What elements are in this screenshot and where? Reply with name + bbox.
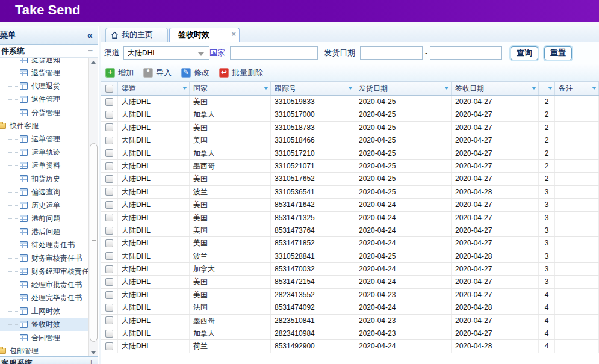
sidebar-item-5[interactable]: 快件客服 xyxy=(0,119,89,132)
edit-button[interactable]: ✎修改 xyxy=(181,67,209,78)
tab-sign-receipt-aging[interactable]: 签收时效 × xyxy=(169,28,240,42)
sidebar-item-4[interactable]: 分货管理 xyxy=(0,106,89,119)
select-all-checkbox[interactable] xyxy=(105,85,113,93)
table-row[interactable]: 大陆DHL法国85314740922020-04-242020-04-284 xyxy=(101,301,599,314)
scroll-up-arrow-icon[interactable] xyxy=(89,58,98,67)
row-checkbox[interactable] xyxy=(105,265,113,273)
chevron-down-icon[interactable] xyxy=(198,52,204,56)
column-header-2[interactable]: 跟踪号 xyxy=(271,82,355,95)
table-row[interactable]: 大陆DHL美国33105198332020-04-252020-04-272 xyxy=(101,96,599,108)
row-checkbox[interactable] xyxy=(105,162,113,170)
sidebar-collapse-icon[interactable]: « xyxy=(87,26,93,44)
table-row[interactable]: 大陆DHL荷兰85314929002020-04-242020-04-284 xyxy=(101,340,599,353)
sidebar-item-2[interactable]: 代理退货 xyxy=(0,79,89,93)
row-checkbox[interactable] xyxy=(105,137,113,144)
row-checkbox[interactable] xyxy=(105,98,113,106)
accordion-header-express-system[interactable]: 件系统 − xyxy=(0,45,98,58)
row-checkbox[interactable] xyxy=(105,304,113,312)
sidebar-item-17[interactable]: 经理审批责任书 xyxy=(0,278,89,291)
row-checkbox[interactable] xyxy=(105,201,113,209)
accordion-collapse-icon[interactable]: − xyxy=(88,45,93,57)
column-header-0[interactable]: 渠道 xyxy=(118,82,190,95)
column-header-6[interactable]: 备注 xyxy=(555,82,599,95)
row-checkbox[interactable] xyxy=(105,111,113,119)
sidebar-item-22[interactable]: 包邮管理 xyxy=(0,344,89,357)
table-row[interactable]: 大陆DHL美国85314713252020-04-242020-04-273 xyxy=(101,212,599,224)
sidebar-item-7[interactable]: 运单轨迹 xyxy=(0,146,89,159)
table-row[interactable]: 大陆DHL波兰33105365412020-04-252020-04-283 xyxy=(101,186,599,199)
table-row[interactable]: 大陆DHL美国85314718522020-04-242020-04-273 xyxy=(101,237,599,250)
column-header-5[interactable] xyxy=(539,82,555,95)
sidebar-item-20[interactable]: 签收时效 xyxy=(0,318,89,331)
table-row[interactable]: 大陆DHL美国85314721542020-04-242020-04-273 xyxy=(101,276,599,288)
close-icon[interactable]: × xyxy=(231,28,236,41)
accordion-header-clipped[interactable]: 客服系统 + xyxy=(0,356,98,364)
table-row[interactable]: 大陆DHL墨西哥33105210712020-04-252020-04-272 xyxy=(101,160,599,173)
scroll-down-arrow-icon[interactable] xyxy=(89,348,98,357)
sidebar-item-21[interactable]: 合同管理 xyxy=(0,331,89,344)
import-button[interactable]: *导入 xyxy=(143,67,172,78)
sidebar-item-3[interactable]: 退件管理 xyxy=(0,93,89,106)
table-row[interactable]: 大陆DHL加拿大85314700322020-04-242020-04-273 xyxy=(101,263,599,276)
row-checkbox[interactable] xyxy=(105,149,113,157)
row-checkbox[interactable] xyxy=(105,188,113,196)
accordion-expand-icon[interactable]: + xyxy=(89,358,93,364)
ship-date-to-input[interactable] xyxy=(430,46,502,60)
sidebar-item-19[interactable]: 上网时效 xyxy=(0,304,89,318)
filter-icon[interactable] xyxy=(548,87,553,90)
row-checkbox[interactable] xyxy=(105,252,113,260)
sidebar-item-8[interactable]: 运单资料 xyxy=(0,159,89,172)
filter-icon[interactable] xyxy=(592,87,597,90)
sidebar-item-12[interactable]: 港前问题 xyxy=(0,212,89,225)
reset-button[interactable]: 重置 xyxy=(544,46,572,60)
sidebar-item-18[interactable]: 处理完毕责任书 xyxy=(0,291,89,304)
sidebar-item-6[interactable]: 运单管理 xyxy=(0,132,89,146)
row-checkbox[interactable] xyxy=(105,239,113,247)
ship-date-from-input[interactable] xyxy=(360,46,423,60)
filter-icon[interactable] xyxy=(532,87,536,90)
table-row[interactable]: 大陆DHL美国85314737642020-04-242020-04-273 xyxy=(101,224,599,237)
row-checkbox[interactable] xyxy=(105,214,113,221)
column-header-1[interactable]: 国家 xyxy=(190,82,271,95)
row-checkbox[interactable] xyxy=(105,330,113,338)
column-header-4[interactable]: 签收日期 xyxy=(452,82,539,95)
column-header-3[interactable]: 发货日期 xyxy=(355,82,452,95)
table-row[interactable]: 大陆DHL加拿大28234109842020-04-232020-04-274 xyxy=(101,327,599,340)
table-row[interactable]: 大陆DHL美国33105187832020-04-252020-04-272 xyxy=(101,122,599,134)
channel-select[interactable]: 大陆DHL xyxy=(123,46,209,60)
table-row[interactable]: 大陆DHL墨西哥28235108412020-04-232020-04-274 xyxy=(101,315,599,327)
filter-icon[interactable] xyxy=(444,87,449,90)
batch-delete-button[interactable]: ↩批量删除 xyxy=(219,67,263,78)
row-checkbox[interactable] xyxy=(105,175,113,183)
sidebar-item-10[interactable]: 偏远查询 xyxy=(0,185,89,199)
sidebar-item-15[interactable]: 财务审核责任书 xyxy=(0,251,89,265)
row-checkbox[interactable] xyxy=(105,123,113,131)
table-row[interactable]: 大陆DHL加拿大33105172102020-04-252020-04-272 xyxy=(101,147,599,160)
row-checkbox[interactable] xyxy=(105,316,113,324)
add-button[interactable]: +增加 xyxy=(105,67,134,78)
row-checkbox[interactable] xyxy=(105,342,113,350)
filter-icon[interactable] xyxy=(264,87,268,90)
row-checkbox[interactable] xyxy=(105,227,113,235)
sidebar-item-1[interactable]: 退货管理 xyxy=(0,66,89,79)
tab-my-homepage[interactable]: 我的主页 xyxy=(105,28,168,42)
row-checkbox[interactable] xyxy=(105,291,113,299)
table-row[interactable]: 大陆DHL美国28234135522020-04-232020-04-274 xyxy=(101,289,599,301)
sidebar-item-11[interactable]: 历史运单 xyxy=(0,199,89,212)
table-row[interactable]: 大陆DHL加拿大33105170002020-04-252020-04-272 xyxy=(101,108,599,121)
search-button[interactable]: 查询 xyxy=(511,46,538,60)
sidebar-scrollbar[interactable] xyxy=(88,58,98,357)
scrollbar-thumb[interactable] xyxy=(90,143,98,342)
table-row[interactable]: 大陆DHL波兰33105288412020-04-252020-04-283 xyxy=(101,250,599,263)
sidebar-item-13[interactable]: 港后问题 xyxy=(0,225,89,238)
filter-icon[interactable] xyxy=(348,87,353,90)
table-row[interactable]: 大陆DHL美国33105176522020-04-252020-04-272 xyxy=(101,173,599,185)
filter-icon[interactable] xyxy=(182,87,187,90)
country-input[interactable] xyxy=(230,46,318,60)
row-checkbox[interactable] xyxy=(105,278,113,286)
sidebar-item-14[interactable]: 待处理责任书 xyxy=(0,238,89,251)
sidebar-item-9[interactable]: 扣货历史 xyxy=(0,172,89,185)
table-row[interactable]: 大陆DHL美国33105184662020-04-252020-04-272 xyxy=(101,134,599,147)
sidebar-item-0[interactable]: 提货通知 xyxy=(0,58,89,66)
table-row[interactable]: 大陆DHL美国85314716422020-04-242020-04-273 xyxy=(101,199,599,211)
